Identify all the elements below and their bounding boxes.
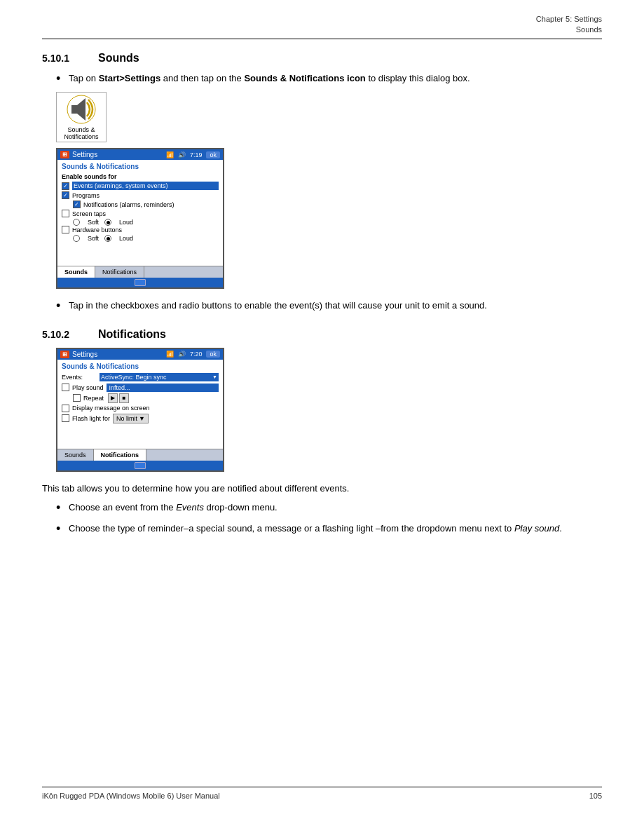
pda-content-1: Sounds & Notifications Enable sounds for… <box>57 160 223 266</box>
bullet-4-part2: . <box>559 523 562 534</box>
section-5-10-1-heading: 5.10.1 Sounds <box>42 52 602 65</box>
pda-flash-arrow: ▼ <box>139 415 145 422</box>
pda-checkbox-3[interactable] <box>73 201 81 208</box>
pda-events-label: Events: <box>62 374 97 381</box>
pda-display-checkbox[interactable] <box>62 405 69 412</box>
pda-spacer-1 <box>62 242 219 263</box>
pda-checkbox-2[interactable] <box>62 191 69 199</box>
pda-events-dropdown[interactable]: ActiveSync: Begin sync ▼ <box>100 373 219 381</box>
pda-soft-label-1: Soft <box>88 219 99 226</box>
pda-content-2: Sounds & Notifications Events: ActiveSyn… <box>57 360 223 449</box>
pda-subtitle-2: Sounds & Notifications <box>62 362 219 370</box>
footer-right: 105 <box>589 792 602 800</box>
pda-stop-button[interactable]: ■ <box>119 393 129 403</box>
pda-flash-value-box[interactable]: No limit ▼ <box>113 414 149 423</box>
pda-taskbar-1 <box>57 278 223 287</box>
pda-enable-label: Enable sounds for <box>62 173 219 180</box>
speaker-svg <box>66 94 97 125</box>
pda-time-2: 7:20 <box>190 351 203 358</box>
section-title-1: Sounds <box>98 52 139 65</box>
section-5-10-2-heading: 5.10.2 Notifications <box>42 328 602 341</box>
pda-play-button[interactable]: ▶ <box>108 393 118 403</box>
header-line1: Chapter 5: Settings <box>42 14 602 25</box>
pda-radio-soft-2[interactable] <box>73 235 80 242</box>
pda-volume-2: 🔊 <box>178 351 186 358</box>
pda-radio-group-1: Soft Loud <box>73 219 219 226</box>
page-footer: iKôn Rugged PDA (Windows Mobile 6) User … <box>42 787 602 800</box>
pda-titlebar-2: ⊞ Settings 📶 🔊 7:20 ok <box>57 349 223 360</box>
pda-screen-2: ⊞ Settings 📶 🔊 7:20 ok Sounds & Notifica… <box>56 348 224 472</box>
pda-checkbox-5-label: Hardware buttons <box>72 226 122 233</box>
pda-tab-notifications-2[interactable]: Notifications <box>94 449 147 461</box>
bullet-1-part3: to display this dialog box. <box>366 73 470 83</box>
bullet-2: • Tap in the checkboxes and radio button… <box>56 299 602 314</box>
pda-tab-sounds-2[interactable]: Sounds <box>57 449 94 461</box>
pda-radio-group-2: Soft Loud <box>73 235 219 242</box>
header-line2: Sounds <box>42 25 602 35</box>
pda-loud-label-1: Loud <box>119 219 133 226</box>
bullet-1-text: Tap on Start>Settings and then tap on th… <box>69 72 470 87</box>
svg-rect-0 <box>71 105 77 114</box>
pda-checkbox-row-2: Programs <box>62 191 219 199</box>
bullet-4-italic: Play sound <box>514 523 559 534</box>
pda-events-value: ActiveSync: Begin sync <box>101 374 167 381</box>
pda-play-controls: ▶ ■ <box>108 393 129 403</box>
pda-checkbox-1[interactable] <box>62 182 69 190</box>
pda-spacer-2 <box>62 425 219 446</box>
pda-titlebar-right-1: 📶 🔊 7:19 ok <box>166 151 220 158</box>
pda-repeat-checkbox[interactable] <box>73 394 81 402</box>
pda-titlebar-right-2: 📶 🔊 7:20 ok <box>166 351 220 358</box>
pda-repeat-row: Repeat ▶ ■ <box>73 393 219 403</box>
pda-checkbox-1-label: Events (warnings, system events) <box>72 182 219 190</box>
pda-checkbox-4[interactable] <box>62 210 69 217</box>
pda-tab-sounds-1[interactable]: Sounds <box>57 266 95 278</box>
body-text-1: This tab allows you to determine how you… <box>42 482 602 496</box>
pda-checkbox-2-label: Programs <box>72 192 100 199</box>
icon-area: Sounds &Notifications <box>56 92 602 142</box>
bullet-4-text: Choose the type of reminder–a special so… <box>69 522 562 537</box>
pda-titlebar-left-2: ⊞ Settings <box>60 351 97 358</box>
pda-flash-value: No limit <box>116 415 137 422</box>
pda-title-1: Settings <box>72 151 97 158</box>
bullet-dot-2: • <box>56 299 69 314</box>
footer-left: iKôn Rugged PDA (Windows Mobile 6) User … <box>42 792 220 800</box>
pda-volume-1: 🔊 <box>178 151 186 158</box>
page: Chapter 5: Settings Sounds 5.10.1 Sounds… <box>0 0 644 814</box>
pda-taskbar-2 <box>57 461 223 470</box>
pda-checkbox-3-label: Notifications (alarms, reminders) <box>83 201 174 208</box>
pda-play-sound-value: Infted... <box>109 384 130 391</box>
pda-loud-label-2: Loud <box>119 235 133 242</box>
pda-tab-notifications-1[interactable]: Notifications <box>95 266 144 278</box>
pda-play-sound-label: Play sound <box>72 384 104 391</box>
pda-titlebar-left-1: ⊞ Settings <box>60 151 97 158</box>
pda-checkbox-row-1: Events (warnings, system events) <box>62 182 219 190</box>
pda-flash-checkbox[interactable] <box>62 414 69 422</box>
pda-radio-loud-1[interactable] <box>104 219 111 226</box>
pda-radio-soft-1[interactable] <box>73 219 80 226</box>
bullet-4-part1: Choose the type of reminder–a special so… <box>69 523 514 534</box>
section-number-2: 5.10.2 <box>42 329 98 340</box>
pda-tabs-2: Sounds Notifications <box>57 449 223 461</box>
speaker-icon-img <box>66 94 97 125</box>
pda-play-sound-value-box[interactable]: Infted... <box>107 384 219 392</box>
pda-dropdown-arrow: ▼ <box>212 374 217 379</box>
pda-ok-btn-1[interactable]: ok <box>206 151 220 158</box>
pda-radio-loud-2[interactable] <box>104 235 111 242</box>
bullet-dot-1: • <box>56 72 69 87</box>
pda-checkbox-4-label: Screen taps <box>72 210 106 217</box>
pda-tabs-1: Sounds Notifications <box>57 266 223 278</box>
bullet-3: • Choose an event from the Events drop-d… <box>56 501 602 516</box>
pda-play-sound-checkbox[interactable] <box>62 384 69 391</box>
section-title-2: Notifications <box>98 328 166 341</box>
bullet-1-bold2: Sounds & Notifications icon <box>244 73 365 83</box>
page-header: Chapter 5: Settings Sounds <box>42 14 602 39</box>
pda-taskbar-icon-2 <box>135 462 146 469</box>
pda-titlebar-1: ⊞ Settings 📶 🔊 7:19 ok <box>57 149 223 160</box>
bullet-dot-4: • <box>56 522 69 537</box>
pda-ok-btn-2[interactable]: ok <box>206 351 220 358</box>
pda-display-row: Display message on screen <box>62 405 219 412</box>
pda-play-sound-row: Play sound Infted... <box>62 384 219 392</box>
pda-checkbox-5[interactable] <box>62 226 69 233</box>
pda-checkbox-row-3: Notifications (alarms, reminders) <box>73 201 219 208</box>
pda-signal-1: 📶 <box>166 151 174 158</box>
